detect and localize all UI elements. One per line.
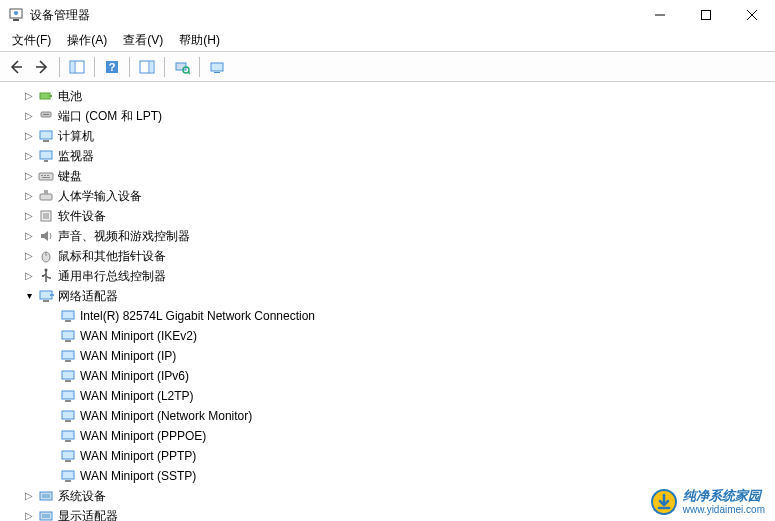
mouse-icon [38,248,54,264]
network-adapter-icon [60,348,76,364]
svg-rect-66 [62,471,74,479]
battery-icon [38,88,54,104]
close-button[interactable] [729,0,775,30]
expander-empty [44,449,58,463]
tree-node-ports[interactable]: ▷ 端口 (COM 和 LPT) [0,106,775,126]
svg-point-26 [45,114,46,115]
menubar: 文件(F) 操作(A) 查看(V) 帮助(H) [0,30,775,52]
tree-node-monitors[interactable]: ▷ 监视器 [0,146,775,166]
chevron-right-icon[interactable]: ▷ [22,229,36,243]
chevron-right-icon[interactable]: ▷ [22,89,36,103]
tree-node-net-wan-pppoe[interactable]: WAN Miniport (PPPOE) [0,426,775,446]
node-label: 端口 (COM 和 LPT) [58,108,162,125]
svg-rect-16 [150,62,153,72]
tree-node-net-wan-l2tp[interactable]: WAN Miniport (L2TP) [0,386,775,406]
svg-rect-55 [65,360,71,362]
system-device-icon [38,488,54,504]
chevron-right-icon[interactable]: ▷ [22,509,36,521]
sound-icon [38,228,54,244]
tree-node-net-wan-ip[interactable]: WAN Miniport (IP) [0,346,775,366]
tree-node-net-wan-netmon[interactable]: WAN Miniport (Network Monitor) [0,406,775,426]
svg-rect-63 [65,440,71,442]
tree-node-software-devices[interactable]: ▷ 软件设备 [0,206,775,226]
svg-rect-69 [42,494,50,498]
tree-node-net-intel[interactable]: Intel(R) 82574L Gigabit Network Connecti… [0,306,775,326]
expander-empty [44,389,58,403]
toolbar-separator [164,57,165,77]
tree-node-network-adapters[interactable]: ▾ 网络适配器 [0,286,775,306]
tree-node-net-wan-ikev2[interactable]: WAN Miniport (IKEv2) [0,326,775,346]
node-label: WAN Miniport (IPv6) [80,369,189,383]
svg-rect-36 [42,177,50,178]
network-adapter-icon [60,368,76,384]
node-label: Intel(R) 82574L Gigabit Network Connecti… [80,309,315,323]
node-label: 系统设备 [58,488,106,505]
expander-empty [44,329,58,343]
svg-rect-20 [211,63,223,71]
tree-node-computer[interactable]: ▷ 计算机 [0,126,775,146]
keyboard-icon [38,168,54,184]
node-label: WAN Miniport (IP) [80,349,176,363]
tree-node-net-wan-sstp[interactable]: WAN Miniport (SSTP) [0,466,775,486]
expander-empty [44,349,58,363]
scan-hardware-button[interactable] [170,55,194,79]
tree-node-net-wan-pptp[interactable]: WAN Miniport (PPTP) [0,446,775,466]
svg-rect-60 [62,411,74,419]
chevron-right-icon[interactable]: ▷ [22,169,36,183]
tree-node-hid[interactable]: ▷ 人体学输入设备 [0,186,775,206]
chevron-right-icon[interactable]: ▷ [22,189,36,203]
svg-rect-51 [65,320,71,322]
chevron-right-icon[interactable]: ▷ [22,269,36,283]
menu-file[interactable]: 文件(F) [4,30,59,51]
chevron-right-icon[interactable]: ▷ [22,109,36,123]
svg-rect-54 [62,351,74,359]
svg-rect-21 [214,72,220,73]
toolbar-separator [199,57,200,77]
maximize-button[interactable] [683,0,729,30]
software-device-icon [38,208,54,224]
device-tree[interactable]: ▷ 电池 ▷ 端口 (COM 和 LPT) ▷ 计算机 ▷ 监视器 ▷ 键盘 ▷ [0,82,775,521]
minimize-button[interactable] [637,0,683,30]
network-adapter-icon [60,408,76,424]
toolbar: ? [0,52,775,82]
network-adapter-icon [60,448,76,464]
action-pane-button[interactable] [135,55,159,79]
tree-node-usb[interactable]: ▷ 通用串行总线控制器 [0,266,775,286]
app-icon [8,7,24,23]
help-button[interactable]: ? [100,55,124,79]
forward-button[interactable] [30,55,54,79]
tree-node-mice[interactable]: ▷ 鼠标和其他指针设备 [0,246,775,266]
menu-action[interactable]: 操作(A) [59,30,115,51]
svg-point-25 [43,114,44,115]
chevron-down-icon[interactable]: ▾ [22,289,36,303]
svg-rect-53 [65,340,71,342]
chevron-right-icon[interactable]: ▷ [22,489,36,503]
tree-node-battery[interactable]: ▷ 电池 [0,86,775,106]
svg-text:?: ? [109,61,116,73]
tree-node-sound[interactable]: ▷ 声音、视频和游戏控制器 [0,226,775,246]
menu-view[interactable]: 查看(V) [115,30,171,51]
svg-rect-50 [62,311,74,319]
back-button[interactable] [4,55,28,79]
toolbar-separator [59,57,60,77]
svg-rect-67 [65,480,71,482]
chevron-right-icon[interactable]: ▷ [22,129,36,143]
expander-empty [44,469,58,483]
menu-help[interactable]: 帮助(H) [171,30,228,51]
hid-icon [38,188,54,204]
chevron-right-icon[interactable]: ▷ [22,209,36,223]
svg-line-19 [188,72,190,74]
node-label: 网络适配器 [58,288,118,305]
monitor-icon [38,148,54,164]
chevron-right-icon[interactable]: ▷ [22,149,36,163]
svg-rect-29 [43,140,49,142]
tree-node-keyboards[interactable]: ▷ 键盘 [0,166,775,186]
show-hide-console-tree-button[interactable] [65,55,89,79]
expander-empty [44,409,58,423]
svg-rect-34 [44,175,46,176]
expander-empty [44,429,58,443]
chevron-right-icon[interactable]: ▷ [22,249,36,263]
add-legacy-hardware-button[interactable] [205,55,229,79]
toolbar-separator [129,57,130,77]
tree-node-net-wan-ipv6[interactable]: WAN Miniport (IPv6) [0,366,775,386]
